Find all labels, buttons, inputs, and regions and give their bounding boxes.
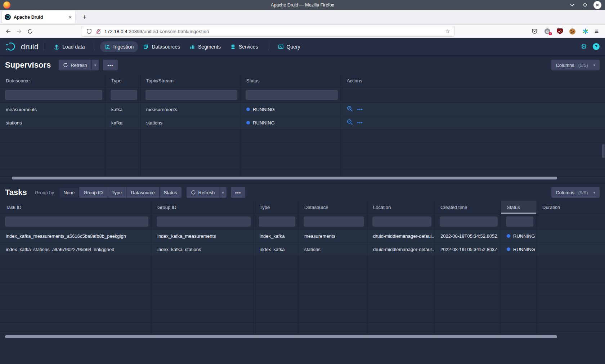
- services-icon: [230, 44, 236, 50]
- filter-location-input[interactable]: [372, 217, 431, 227]
- filter-type-input[interactable]: [111, 90, 137, 100]
- browser-toolbar: 172.18.0.4:30899/unified-console.html#in…: [0, 25, 605, 38]
- supervisors-more-button[interactable]: •••: [103, 60, 118, 70]
- task-id-cell: index_kafka_stations_a9a679b22795b63_nnk…: [0, 243, 152, 256]
- supervisors-section: Supervisors Refresh ▾ ••• Columns (5/5) …: [0, 55, 605, 181]
- task-row[interactable]: index_kafka_measurements_a5616c5ba8afb8b…: [0, 229, 605, 243]
- colorful-extension-icon[interactable]: [582, 28, 588, 35]
- horizontal-scrollbar[interactable]: [12, 177, 557, 179]
- nav-item-load-data[interactable]: Load data: [49, 41, 89, 52]
- column-header[interactable]: Type: [254, 201, 299, 214]
- column-header[interactable]: Topic/Stream: [140, 74, 241, 87]
- supervisors-columns-button[interactable]: Columns (5/5) ▾: [551, 60, 600, 70]
- tracking-shield-icon[interactable]: [84, 28, 94, 34]
- column-header[interactable]: Group ID: [152, 201, 254, 214]
- browser-tab-apache-druid[interactable]: Apache Druid ×: [2, 11, 75, 23]
- filter-group-id-input[interactable]: [157, 217, 251, 227]
- nav-item-ingestion[interactable]: Ingestion: [100, 41, 139, 52]
- druid-brand[interactable]: druid: [5, 42, 39, 51]
- druid-favicon-icon: [5, 14, 11, 20]
- column-header[interactable]: Datasource: [299, 201, 367, 214]
- column-header[interactable]: Task ID: [0, 201, 152, 214]
- type-cell: kafka: [106, 116, 140, 129]
- tasks-columns-button[interactable]: Columns (9/9) ▾: [551, 187, 600, 198]
- tab-close-icon[interactable]: ×: [68, 14, 72, 20]
- datasource-cell: stations: [0, 116, 106, 129]
- tasks-more-button[interactable]: •••: [231, 187, 246, 198]
- help-icon[interactable]: ?: [593, 43, 600, 50]
- type-cell: index_kafka: [254, 229, 299, 242]
- new-tab-button[interactable]: +: [80, 13, 89, 22]
- ublock-origin-icon[interactable]: uO: [557, 28, 563, 35]
- settings-gear-icon[interactable]: ⚙: [581, 42, 587, 51]
- filter-status-input[interactable]: [506, 217, 533, 227]
- column-header[interactable]: Created time: [435, 201, 501, 214]
- filter-task-id-input[interactable]: [5, 217, 148, 227]
- refresh-icon: [63, 63, 68, 68]
- supervisor-detail-icon[interactable]: [347, 106, 353, 113]
- forward-icon[interactable]: [14, 26, 24, 36]
- insecure-lock-icon[interactable]: [94, 28, 103, 34]
- refresh-label: Refresh: [198, 190, 215, 195]
- empty-row: [0, 323, 605, 331]
- supervisor-actions-more-icon[interactable]: •••: [357, 107, 363, 112]
- filter-topic-input[interactable]: [145, 90, 237, 100]
- column-header-sorted[interactable]: Status: [501, 201, 537, 214]
- nav-item-segments[interactable]: Segments: [185, 41, 225, 52]
- supervisor-row[interactable]: measurements kafka measurements RUNNING …: [0, 103, 605, 116]
- reload-icon[interactable]: [24, 26, 35, 36]
- refresh-icon: [191, 190, 196, 195]
- filter-datasource-input[interactable]: [304, 217, 364, 227]
- column-header[interactable]: Datasource: [0, 74, 106, 87]
- window-close-icon[interactable]: [593, 1, 601, 9]
- extension-disabled-icon[interactable]: ◍ ×: [544, 28, 551, 35]
- datasource-cell: measurements: [0, 103, 106, 116]
- window-maximize-icon[interactable]: [581, 1, 589, 9]
- nav-item-datasources[interactable]: Datasources: [138, 41, 185, 52]
- bookmark-star-icon[interactable]: ☆: [444, 28, 452, 35]
- column-header[interactable]: Actions: [341, 74, 605, 87]
- column-header[interactable]: Duration: [537, 201, 605, 214]
- navbar-divider: [95, 43, 95, 51]
- pocket-icon[interactable]: [532, 28, 538, 35]
- caret-down-icon: ▾: [593, 190, 595, 195]
- tasks-refresh-caret-button[interactable]: ▾: [219, 187, 227, 198]
- group-by-status-button[interactable]: Status: [160, 187, 182, 198]
- filter-datasource-input[interactable]: [5, 90, 102, 100]
- cookie-extension-icon[interactable]: [569, 28, 576, 35]
- group-by-type-button[interactable]: Type: [107, 187, 126, 198]
- empty-row: [0, 129, 605, 143]
- supervisors-refresh-caret-button[interactable]: ▾: [92, 60, 99, 70]
- filter-created-time-input[interactable]: [440, 217, 498, 227]
- supervisors-filter-row: [0, 87, 605, 103]
- filter-type-input[interactable]: [259, 217, 295, 227]
- group-by-none-button[interactable]: None: [59, 187, 79, 198]
- back-icon[interactable]: [3, 26, 14, 36]
- menu-hamburger-icon[interactable]: ≡: [595, 27, 599, 35]
- vertical-scrollbar-thumb[interactable]: [602, 144, 605, 158]
- supervisor-actions-more-icon[interactable]: •••: [357, 120, 363, 125]
- supervisor-detail-icon[interactable]: [347, 119, 353, 126]
- datasource-cell: measurements: [299, 229, 367, 242]
- task-row[interactable]: index_kafka_stations_a9a679b22795b63_nnk…: [0, 243, 605, 256]
- supervisor-row[interactable]: stations kafka stations RUNNING •••: [0, 116, 605, 129]
- filter-status-input[interactable]: [246, 90, 338, 100]
- tasks-refresh-button[interactable]: Refresh: [187, 187, 219, 198]
- column-header[interactable]: Location: [367, 201, 435, 214]
- window-titlebar[interactable]: Apache Druid — Mozilla Firefox: [0, 0, 605, 10]
- status-cell: RUNNING: [501, 243, 537, 256]
- window-minimize-icon[interactable]: [568, 1, 576, 9]
- column-header[interactable]: Type: [106, 74, 140, 87]
- column-header[interactable]: Status: [241, 74, 341, 87]
- columns-label: Columns: [556, 63, 574, 68]
- horizontal-scrollbar[interactable]: [5, 335, 557, 338]
- group-id-cell: index_kafka_measurements: [152, 229, 254, 242]
- group-by-group-id-button[interactable]: Group ID: [79, 187, 107, 198]
- columns-count: (9/9): [578, 190, 588, 195]
- group-by-datasource-button[interactable]: Datasource: [126, 187, 159, 198]
- url-bar[interactable]: 172.18.0.4:30899/unified-console.html#in…: [81, 26, 454, 36]
- datasources-icon: [143, 44, 149, 50]
- nav-item-query[interactable]: Query: [273, 41, 305, 52]
- supervisors-refresh-button[interactable]: Refresh: [59, 60, 91, 70]
- nav-item-services[interactable]: Services: [225, 41, 263, 52]
